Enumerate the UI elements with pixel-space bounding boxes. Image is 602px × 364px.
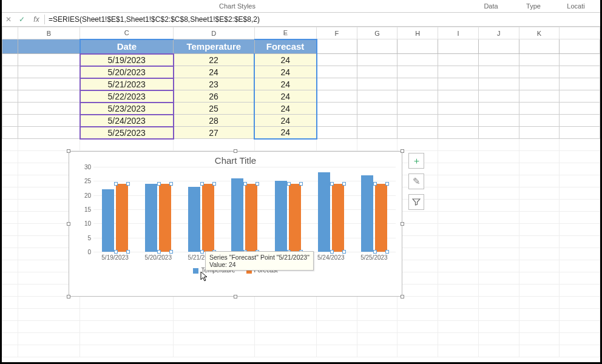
bar-forecast[interactable] <box>375 184 387 252</box>
bar-temperature[interactable] <box>361 175 373 252</box>
chart-y-axis: 051015202530 <box>76 167 92 252</box>
bar-forecast[interactable] <box>202 184 214 252</box>
cell-date[interactable]: 5/21/2023 <box>80 78 174 90</box>
bar-group[interactable] <box>272 181 303 252</box>
formula-bar: ✕ ✓ fx =SERIES(Sheet1!$E$1,Sheet1!$C$2:$… <box>2 12 600 27</box>
cell-temperature[interactable]: 24 <box>174 66 254 78</box>
cell-temperature[interactable]: 25 <box>174 103 254 115</box>
column-header[interactable] <box>560 27 600 39</box>
table-header-forecast[interactable]: Forecast <box>254 39 317 54</box>
cell-forecast[interactable]: 24 <box>254 78 317 90</box>
bar-temperature[interactable] <box>188 187 200 252</box>
cell-temperature[interactable]: 23 <box>174 78 254 90</box>
x-tick-label: 5/25/2023 <box>360 254 388 261</box>
ribbon-label-type[interactable]: Type <box>515 2 552 10</box>
ribbon-context-bar: Chart Styles Data Type Locati <box>2 0 600 12</box>
x-tick-label: 5/19/2023 <box>101 254 129 261</box>
ribbon-context-title: Chart Styles <box>2 2 473 10</box>
column-header[interactable]: K <box>519 27 560 39</box>
bar-group[interactable] <box>359 175 389 252</box>
bar-group[interactable] <box>143 184 174 252</box>
cell-forecast[interactable]: 24 <box>254 127 317 139</box>
cancel-formula-icon[interactable]: ✕ <box>2 15 15 24</box>
brush-icon: ✎ <box>413 176 421 187</box>
column-header[interactable]: J <box>478 27 519 39</box>
cell-forecast[interactable]: 24 <box>254 66 317 78</box>
x-tick-label: 5/20/2023 <box>144 254 172 261</box>
chart-filters-button[interactable] <box>408 194 424 210</box>
column-header[interactable]: B <box>18 27 80 39</box>
table-header-date[interactable]: Date <box>80 39 174 54</box>
cell-temperature[interactable]: 28 <box>174 115 254 127</box>
fx-label[interactable]: fx <box>29 15 44 24</box>
bar-group[interactable] <box>186 184 217 252</box>
column-header[interactable]: H <box>397 27 438 39</box>
funnel-icon <box>412 198 421 206</box>
table-header-temperature[interactable]: Temperature <box>174 39 254 54</box>
cell-date[interactable]: 5/24/2023 <box>80 115 174 127</box>
formula-input[interactable]: =SERIES(Sheet1!$E$1,Sheet1!$C$2:$C$8,She… <box>45 15 600 24</box>
cell-date[interactable]: 5/25/2023 <box>80 127 174 139</box>
bar-group[interactable] <box>316 172 346 252</box>
chart-elements-button[interactable]: ＋ <box>408 153 424 169</box>
column-header[interactable]: C <box>80 27 174 39</box>
chart-styles-button[interactable]: ✎ <box>408 174 424 189</box>
bar-forecast[interactable] <box>245 184 257 252</box>
column-header[interactable]: I <box>438 27 479 39</box>
column-header[interactable]: D <box>174 27 254 39</box>
confirm-formula-icon[interactable]: ✓ <box>15 15 29 24</box>
bar-temperature[interactable] <box>318 172 330 252</box>
column-header[interactable] <box>2 27 18 39</box>
x-tick-label: 5/24/2023 <box>317 254 345 261</box>
bar-forecast[interactable] <box>289 184 301 252</box>
cell-temperature[interactable]: 26 <box>174 90 254 103</box>
column-header[interactable]: G <box>357 27 397 39</box>
column-header[interactable]: E <box>254 27 317 39</box>
chart-plot-area[interactable]: 051015202530 <box>93 167 396 252</box>
bar-temperature[interactable] <box>275 181 287 252</box>
column-header[interactable]: F <box>317 27 357 39</box>
plus-icon: ＋ <box>412 155 421 167</box>
cell-date[interactable]: 5/19/2023 <box>80 54 174 66</box>
ribbon-label-location[interactable]: Locati <box>558 2 594 10</box>
cell-temperature[interactable]: 27 <box>174 127 254 139</box>
bar-temperature[interactable] <box>102 189 114 252</box>
cell-date[interactable]: 5/20/2023 <box>80 66 174 78</box>
cell-date[interactable]: 5/22/2023 <box>80 90 174 103</box>
bar-forecast[interactable] <box>159 184 171 252</box>
bar-temperature[interactable] <box>145 184 157 252</box>
cell-temperature[interactable]: 22 <box>174 54 254 66</box>
cell-forecast[interactable]: 24 <box>254 103 317 115</box>
cell-forecast[interactable]: 24 <box>254 90 317 103</box>
cell-forecast[interactable]: 24 <box>254 115 317 127</box>
bar-forecast[interactable] <box>332 184 344 252</box>
ribbon-label-data[interactable]: Data <box>473 2 509 10</box>
bar-group[interactable] <box>229 178 260 252</box>
embedded-chart[interactable]: Chart Title 051015202530 <box>69 151 402 297</box>
bar-forecast[interactable] <box>116 184 128 252</box>
bar-group[interactable] <box>100 184 130 252</box>
bar-temperature[interactable] <box>231 178 243 252</box>
cell-date[interactable]: 5/23/2023 <box>80 103 174 115</box>
chart-title[interactable]: Chart Title <box>69 152 402 167</box>
cell-forecast[interactable]: 24 <box>254 54 317 66</box>
datapoint-tooltip: Series "Forecast" Point "5/21/2023" Valu… <box>205 251 314 271</box>
